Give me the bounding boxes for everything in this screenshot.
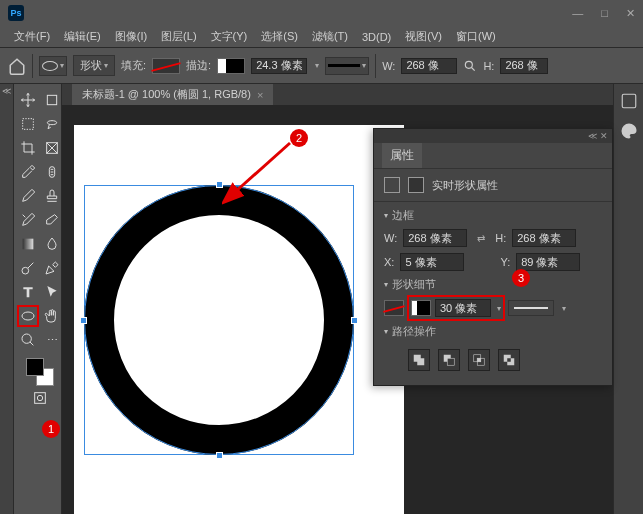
prop-x-input[interactable] [400, 253, 464, 271]
home-icon[interactable] [8, 57, 26, 75]
svg-rect-15 [447, 358, 454, 365]
lasso-tool[interactable] [42, 114, 62, 134]
ellipse-shape-tool[interactable] [18, 306, 38, 326]
bounds-section-header[interactable]: ▾边框 [384, 208, 602, 223]
tool-panel: ⋯ [14, 84, 62, 514]
prop-stroke-swatch[interactable] [411, 300, 431, 316]
artboard-tool[interactable] [42, 90, 62, 110]
pathop-combine[interactable] [408, 349, 430, 371]
height-input[interactable] [500, 58, 548, 74]
shape-mask-icon [384, 177, 400, 193]
presets-panel-icon[interactable] [620, 92, 638, 110]
fill-swatch[interactable] [152, 58, 180, 74]
pathops-section-header[interactable]: ▾路径操作 [384, 324, 602, 339]
transform-handle-n[interactable] [216, 181, 223, 188]
menu-type[interactable]: 文字(Y) [205, 27, 254, 46]
tool-preset-ellipse[interactable]: ▾ [39, 56, 67, 76]
path-select-tool[interactable] [42, 282, 62, 302]
detail-section-header[interactable]: ▾形状细节 3 [384, 277, 602, 292]
annotation-badge-3: 3 [512, 269, 530, 287]
svg-point-6 [22, 267, 29, 274]
dodge-tool[interactable] [18, 258, 38, 278]
stroke-style-preview[interactable]: ▾ [325, 57, 369, 75]
transform-handle-w[interactable] [80, 317, 87, 324]
svg-point-8 [22, 334, 31, 343]
svg-rect-5 [23, 239, 34, 250]
crop-tool[interactable] [18, 138, 38, 158]
menu-filter[interactable]: 滤镜(T) [306, 27, 354, 46]
shape-mode-dropdown[interactable]: 形状▾ [73, 55, 115, 76]
hand-tool[interactable] [42, 306, 62, 326]
eraser-tool[interactable] [42, 210, 62, 230]
move-tool[interactable] [18, 90, 38, 110]
svg-rect-18 [477, 358, 481, 362]
svg-point-0 [466, 61, 473, 68]
prop-stroke-style[interactable] [508, 300, 554, 316]
menubar: 文件(F) 编辑(E) 图像(I) 图层(L) 文字(Y) 选择(S) 滤镜(T… [0, 26, 643, 48]
shape-type-icon [408, 177, 424, 193]
prop-fill-swatch[interactable] [384, 300, 404, 316]
window-close[interactable]: ✕ [626, 7, 635, 20]
menu-file[interactable]: 文件(F) [8, 27, 56, 46]
stroke-width-input[interactable] [251, 58, 307, 74]
prop-y-input[interactable] [516, 253, 580, 271]
foreground-color[interactable] [26, 358, 44, 376]
document-tab[interactable]: 未标题-1 @ 100% (椭圆 1, RGB/8) × [72, 84, 273, 105]
swatches-panel-icon[interactable] [620, 122, 638, 140]
close-tab-icon[interactable]: × [257, 89, 263, 101]
panel-collapse-icon[interactable]: ≪ ✕ [588, 131, 608, 141]
menu-image[interactable]: 图像(I) [109, 27, 153, 46]
pathop-exclude[interactable] [498, 349, 520, 371]
type-tool[interactable] [18, 282, 38, 302]
properties-panel: ≪ ✕ 属性 实时形状属性 ▾边框 W: ⇄ H: X: Y: ▾形状细节 3 [373, 128, 613, 386]
blur-tool[interactable] [42, 234, 62, 254]
annotation-badge-2: 2 [290, 129, 308, 147]
window-maximize[interactable]: □ [601, 7, 608, 20]
transform-handle-s[interactable] [216, 452, 223, 459]
menu-layer[interactable]: 图层(L) [155, 27, 202, 46]
chevron-down-icon[interactable]: ▾ [497, 304, 501, 313]
pen-tool[interactable] [42, 258, 62, 278]
menu-select[interactable]: 选择(S) [255, 27, 304, 46]
prop-height-input[interactable] [512, 229, 576, 247]
canvas[interactable] [74, 125, 404, 514]
window-minimize[interactable]: — [572, 7, 583, 20]
history-brush-tool[interactable] [18, 210, 38, 230]
menu-edit[interactable]: 编辑(E) [58, 27, 107, 46]
width-input[interactable] [401, 58, 457, 74]
svg-rect-2 [23, 119, 34, 130]
prop-stroke-width-input[interactable] [435, 299, 491, 317]
right-panel-strip[interactable] [613, 84, 643, 514]
edit-toolbar[interactable]: ⋯ [42, 330, 62, 350]
pathop-subtract[interactable] [438, 349, 460, 371]
menu-3d[interactable]: 3D(D) [356, 29, 397, 45]
zoom-tool[interactable] [18, 330, 38, 350]
scrub-icon[interactable] [463, 59, 477, 73]
prop-y-label: Y: [500, 256, 510, 268]
quick-mask-toggle[interactable] [30, 390, 50, 406]
transform-handle-e[interactable] [351, 317, 358, 324]
brush-tool[interactable] [18, 186, 38, 206]
options-bar: ▾ 形状▾ 填充: 描边: ▾ ▾ W: H: [0, 48, 643, 84]
gradient-tool[interactable] [18, 234, 38, 254]
color-swatches[interactable] [26, 358, 54, 386]
left-collapse-bar[interactable]: ≪ [0, 84, 14, 514]
frame-tool[interactable] [42, 138, 62, 158]
eyedropper-tool[interactable] [18, 162, 38, 182]
link-wh-icon[interactable]: ⇄ [473, 233, 489, 244]
pathop-intersect[interactable] [468, 349, 490, 371]
app-logo: Ps [8, 5, 24, 21]
ellipse-shape-selection[interactable] [84, 185, 354, 455]
prop-width-input[interactable] [403, 229, 467, 247]
stamp-tool[interactable] [42, 186, 62, 206]
height-label: H: [483, 60, 494, 72]
svg-rect-14 [417, 358, 424, 365]
stroke-swatch[interactable] [217, 58, 245, 74]
menu-view[interactable]: 视图(V) [399, 27, 448, 46]
svg-rect-1 [47, 95, 56, 104]
rect-marquee-tool[interactable] [18, 114, 38, 134]
menu-window[interactable]: 窗口(W) [450, 27, 502, 46]
properties-tab[interactable]: 属性 [382, 143, 422, 168]
healing-tool[interactable] [42, 162, 62, 182]
fill-label: 填充: [121, 58, 146, 73]
